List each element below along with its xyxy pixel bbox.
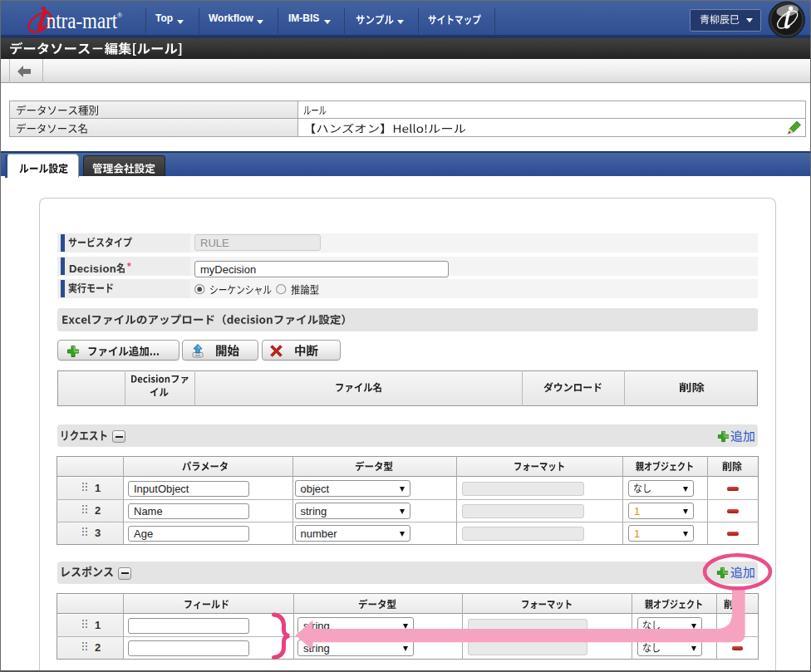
svg-text:ntra-mart: ntra-mart	[47, 8, 118, 33]
svg-text:®: ®	[117, 11, 123, 19]
